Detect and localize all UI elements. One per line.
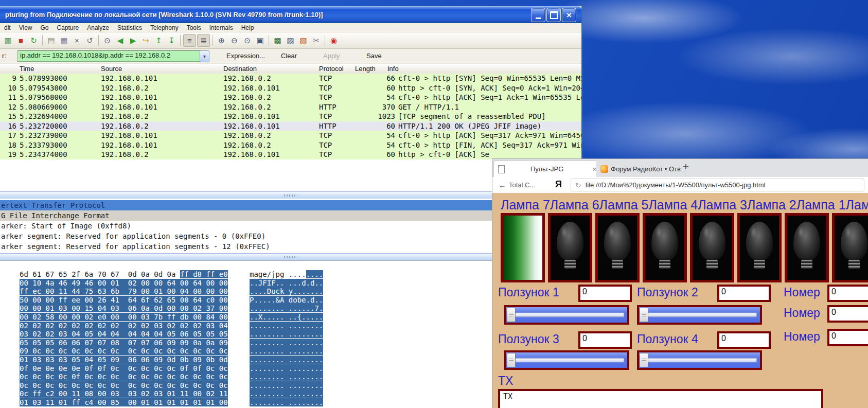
packet-row[interactable]: 9 5.078993000 192.168.0.101 192.168.0.2 … — [0, 74, 581, 83]
go-bottom-icon[interactable]: ↧ — [166, 34, 178, 46]
reload-icon[interactable]: ↺ — [84, 34, 96, 46]
packet-row[interactable]: 11 5.079568000 192.168.0.101 192.168.0.2… — [0, 93, 581, 102]
slider-2-value-input[interactable]: 0 — [717, 285, 771, 302]
stop-capture-icon[interactable]: ■ — [15, 34, 27, 46]
slider-2[interactable] — [637, 305, 762, 325]
packet-row[interactable]: 19 5.234374000 192.168.0.2 192.168.0.101… — [0, 150, 581, 159]
menu-item[interactable]: Telephony — [146, 24, 183, 31]
display-filters-icon[interactable]: ▨ — [285, 34, 296, 46]
hex-bytes: 00 10 4a 46 49 46 00 01 02 00 00 64 00 6… — [20, 279, 228, 288]
goto-packet-icon[interactable]: ↪ — [140, 34, 152, 46]
menu-item[interactable]: Tools — [183, 24, 205, 31]
back-button[interactable]: ← Total C... — [499, 181, 535, 189]
clear-button[interactable]: Clear — [281, 52, 297, 60]
number-3-input[interactable]: 0 — [827, 329, 868, 346]
menu-item[interactable]: View — [15, 24, 37, 31]
save-button[interactable]: Save — [366, 52, 382, 60]
bulb-icon — [557, 222, 583, 261]
coloring-rules-icon[interactable]: ▧ — [297, 34, 309, 46]
find-packet-icon[interactable]: ⊙ — [101, 34, 113, 46]
separator[interactable] — [180, 35, 181, 46]
packet-row[interactable]: 12 5.080669000 192.168.0.101 192.168.0.2… — [0, 102, 581, 112]
column-header[interactable]: Protocol — [319, 65, 344, 73]
yandex-logo[interactable]: Я — [555, 179, 562, 190]
number-2-input[interactable]: 0 — [827, 305, 868, 323]
go-top-icon[interactable]: ↥ — [153, 34, 165, 46]
packet-row[interactable]: 17 5.232739000 192.168.0.101 192.168.0.2… — [0, 131, 581, 140]
new-tab-button[interactable]: + — [683, 161, 689, 173]
slider-handle[interactable] — [640, 308, 648, 322]
close-file-icon[interactable]: × — [71, 34, 83, 46]
packet-row[interactable]: 10 5.079543000 192.168.0.2 192.168.0.101… — [0, 83, 581, 93]
hex-ascii: ........ ........ — [250, 381, 323, 390]
column-header[interactable]: Source — [101, 65, 122, 73]
close-button[interactable]: × — [562, 8, 576, 22]
filter-input[interactable]: ip.addr == 192.168.0.1018&ip.addr == 192… — [17, 50, 201, 62]
close-icon: × — [566, 11, 572, 20]
column-header[interactable]: Time — [20, 65, 34, 73]
lamp-label: Лампа 3 — [698, 198, 747, 212]
zoom-out-icon[interactable]: ⊖ — [228, 34, 240, 46]
interfaces-icon[interactable]: ▥ — [2, 34, 14, 46]
slider-handle[interactable] — [507, 308, 516, 322]
help-icon[interactable]: ◉ — [328, 34, 340, 46]
hex-bytes: 05 05 05 06 06 07 07 08 07 07 06 09 09 0… — [20, 339, 228, 347]
separator[interactable] — [325, 35, 325, 46]
menu-item[interactable]: Statistics — [113, 24, 146, 31]
packet-time: 5.078993000 — [20, 74, 67, 82]
slider-3[interactable] — [504, 350, 629, 370]
menu-item[interactable]: Help — [237, 24, 258, 31]
slider-handle[interactable] — [507, 353, 516, 367]
slider-1[interactable] — [504, 305, 629, 325]
packet-row[interactable]: 16 5.232720000 192.168.0.2 192.168.0.101… — [0, 121, 581, 131]
column-header[interactable]: Destination — [223, 65, 257, 73]
slider-1-value-input[interactable]: 0 — [578, 285, 632, 302]
back-icon[interactable]: ◀ — [114, 34, 126, 46]
tab-pult-jpg[interactable]: Пульт-JPG × — [493, 161, 601, 177]
minimize-button[interactable] — [531, 8, 545, 22]
slider-4[interactable] — [637, 350, 762, 370]
menu-item[interactable]: Analyze — [83, 24, 113, 31]
wireshark-titlebar[interactable]: pturing from Подключение по локальной се… — [0, 6, 581, 23]
menu-item[interactable]: Go — [36, 24, 52, 31]
separator[interactable] — [42, 35, 43, 46]
slider-4-value-input[interactable]: 0 — [717, 331, 771, 349]
number-1-input[interactable]: 0 — [827, 285, 868, 302]
maximize-button[interactable] — [546, 8, 561, 22]
slider-handle[interactable] — [640, 353, 648, 367]
filter-dropdown-button[interactable]: ▾ — [200, 50, 209, 62]
column-header[interactable]: Info — [387, 65, 399, 73]
packet-row[interactable]: 15 5.232694000 192.168.0.2 192.168.0.101… — [0, 112, 581, 121]
separator[interactable] — [212, 35, 213, 46]
open-file-icon[interactable]: ▤ — [45, 34, 57, 46]
separator[interactable] — [98, 35, 99, 46]
autoscroll-toggle-icon[interactable]: ≡ — [183, 34, 196, 47]
zoom-100-icon[interactable]: ⊙ — [241, 34, 253, 46]
resize-columns-icon[interactable]: ▣ — [254, 34, 266, 46]
menu-item[interactable]: Capture — [53, 24, 83, 31]
separator[interactable] — [269, 35, 269, 46]
tab-radiokot-forum[interactable]: Форум РадиоКот • Ответит — [596, 161, 685, 177]
save-file-icon[interactable]: ▦ — [58, 34, 70, 46]
refresh-icon[interactable]: ↻ — [575, 181, 581, 189]
packet-info: [TCP segment of a reassembled PDU] — [398, 112, 581, 120]
forward-icon[interactable]: ▶ — [127, 34, 139, 46]
menu-item[interactable]: Internals — [205, 24, 237, 31]
capture-filters-icon[interactable]: ▩ — [272, 34, 284, 46]
restart-capture-icon[interactable]: ↻ — [28, 34, 40, 46]
apply-button[interactable]: Apply — [323, 52, 340, 60]
slider-3-value-input[interactable]: 0 — [578, 331, 632, 349]
expression-button[interactable]: Expression... — [226, 52, 265, 60]
menu-item[interactable]: dit — [0, 24, 15, 31]
zoom-in-icon[interactable]: ⊕ — [216, 34, 227, 46]
hex-ascii: ........ ........ — [250, 372, 323, 381]
lamp-indicator — [595, 213, 640, 282]
tx-textarea[interactable]: TX — [498, 389, 823, 408]
address-bar[interactable]: ↻ file:///D:/Мои%20документы/1-W5500/пул… — [571, 179, 864, 191]
colorize-toggle-icon[interactable]: ≣ — [197, 34, 210, 47]
hex-bytes: 0c 0c 0c 0c 0c 0c 0c 0c 0c 0c 0c 0c 0c 0… — [20, 381, 228, 390]
packet-row[interactable]: 18 5.233793000 192.168.0.101 192.168.0.2… — [0, 140, 581, 150]
column-header[interactable]: Length — [355, 65, 376, 73]
hex-bytes: 09 0c 0c 0c 0c 0c 0c 0c 0c 0c 0c 0c 0c 0… — [20, 347, 228, 356]
preferences-icon[interactable]: ✂ — [310, 34, 322, 46]
